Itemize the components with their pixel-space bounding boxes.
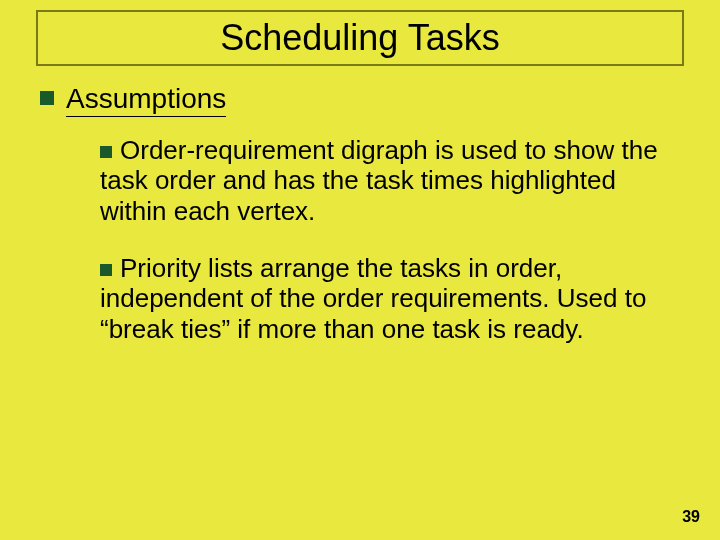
square-bullet-icon bbox=[100, 146, 112, 158]
square-bullet-icon bbox=[40, 91, 54, 105]
heading-row: Assumptions bbox=[40, 82, 680, 117]
bullet-text: Order-requirement digraph is used to sho… bbox=[100, 135, 658, 226]
list-item: Order-requirement digraph is used to sho… bbox=[100, 135, 680, 227]
heading-text: Assumptions bbox=[66, 82, 226, 117]
slide-title: Scheduling Tasks bbox=[220, 20, 500, 56]
slide-body: Assumptions Order-requirement digraph is… bbox=[40, 82, 680, 371]
slide: Scheduling Tasks Assumptions Order-requi… bbox=[0, 0, 720, 540]
bullet-text: Priority lists arrange the tasks in orde… bbox=[100, 253, 646, 344]
page-number: 39 bbox=[682, 508, 700, 526]
sub-bullets: Order-requirement digraph is used to sho… bbox=[100, 135, 680, 345]
title-box: Scheduling Tasks bbox=[36, 10, 684, 66]
square-bullet-icon bbox=[100, 264, 112, 276]
list-item: Priority lists arrange the tasks in orde… bbox=[100, 253, 680, 345]
